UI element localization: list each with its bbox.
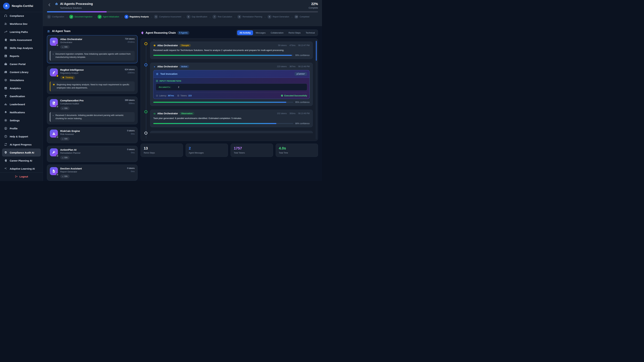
entry-text: Task plan generated: 6 parallel workstre… xyxy=(153,117,310,120)
step-number: 1 xyxy=(47,15,51,19)
sidebar-item-content-library[interactable]: Content Library xyxy=(2,68,41,76)
confidence-bar-fill xyxy=(153,55,292,56)
wrench-icon xyxy=(52,150,56,154)
sidebar-item-label: Adaptive Learning AI xyxy=(10,167,35,170)
step-check-icon xyxy=(98,15,102,19)
step-completed: 10Completed xyxy=(294,15,309,19)
sidebar-item-leaderboard[interactable]: Leaderboard xyxy=(2,100,41,108)
clock-icon xyxy=(156,94,158,97)
sparkles-icon xyxy=(4,167,8,170)
chart-box-icon xyxy=(4,86,8,90)
sidebar-item-compliance[interactable]: Compliance xyxy=(2,12,41,20)
play-box-icon xyxy=(4,70,8,74)
sidebar-item-analytics[interactable]: Analytics xyxy=(2,84,41,92)
agent-card-regbot-intelligence[interactable]: RegBot IntelligenceRegulatory AnalystThi… xyxy=(47,66,138,94)
tab-technical[interactable]: Technical xyxy=(304,30,317,35)
agent-list: Atlas OrchestratorOrchestrator○Idle734 t… xyxy=(47,35,138,181)
agent-card-actionplan-ai[interactable]: ActionPlan AIRemediation Planner○Idle0 t… xyxy=(47,146,138,162)
entry-time: 08:13:47 PM xyxy=(298,44,310,46)
activity-card[interactable]: Atlas OrchestratorObservation102 tokens3… xyxy=(150,110,313,127)
sidebar-item-label: Settings xyxy=(10,119,20,122)
step-label: Risk Calculation xyxy=(218,15,232,18)
step-arrow: → xyxy=(94,15,96,18)
agent-name: ActionPlan AI xyxy=(60,148,127,151)
agent-latency: 0ms xyxy=(127,170,135,173)
agent-latency: 936ms xyxy=(125,102,135,105)
sidebar-item-label: Gamification xyxy=(10,95,25,98)
tab-messages[interactable]: Messages xyxy=(254,30,268,35)
agent-card-atlas-orchestrator[interactable]: Atlas OrchestratorOrchestrator○Idle734 t… xyxy=(47,35,138,63)
agent-status-dot xyxy=(56,155,59,157)
feed-scrollbar-thumb[interactable] xyxy=(316,41,317,61)
sidebar-item-career-portal[interactable]: Career Portal xyxy=(2,60,41,68)
agent-card-riskcalc-engine[interactable]: RiskCalc EngineRisk Assessor○Idle0 token… xyxy=(47,127,138,143)
tool-invocation-card: Tool InvocationplannerINPUT PARAMETERSdo… xyxy=(153,70,310,99)
stat-card-total-tokens: 1757Total Tokens xyxy=(230,144,273,157)
step-number: 7 xyxy=(212,15,216,19)
step-configuration: 1Configuration xyxy=(47,15,64,19)
stat-label: Agent Messages xyxy=(189,152,225,154)
latency-label: Latency: xyxy=(159,94,167,97)
sidebar-item-gamification[interactable]: Gamification xyxy=(2,92,41,100)
logout-button[interactable]: Logout xyxy=(15,175,28,178)
agent-status-badge: ○Idle xyxy=(60,45,70,49)
user-icon xyxy=(4,127,8,130)
input-box-icon xyxy=(156,80,158,82)
doc-icon xyxy=(52,169,56,173)
sidebar-item-career-planning-ai[interactable]: Career Planning AI xyxy=(2,157,41,165)
step-report-generation: 9Report Generation xyxy=(268,15,289,19)
step-label: Configuration xyxy=(52,15,64,18)
step-number: 6 xyxy=(186,15,190,19)
tab-all-activity[interactable]: All Activity xyxy=(237,30,253,35)
head-gear-icon xyxy=(4,38,8,41)
tab-collaboration[interactable]: Collaboration xyxy=(268,30,286,35)
sidebar-item-reports[interactable]: Reports xyxy=(2,52,41,60)
sidebar-item-settings[interactable]: Settings xyxy=(2,116,41,124)
sidebar-item-skills-gap-analysis[interactable]: Skills Gap Analysis xyxy=(2,44,41,52)
sidebar-item-label: Content Library xyxy=(10,71,28,73)
step-number: 8 xyxy=(237,15,241,19)
step-label: Gap Identification xyxy=(192,15,207,18)
back-button[interactable] xyxy=(47,2,52,8)
logout-label: Logout xyxy=(20,175,28,178)
step-number: 5 xyxy=(154,15,158,19)
agent-tokens: 0 tokens xyxy=(127,148,135,151)
confidence-bar-fill xyxy=(153,102,286,103)
agent-name: ComplianceBot Pro xyxy=(60,99,125,102)
agent-team-panel: AI Agent Team Atlas OrchestratorOrchestr… xyxy=(47,29,138,181)
agent-status-badge: ○Idle xyxy=(60,106,70,110)
sidebar-item-help-support[interactable]: Help & Support xyxy=(2,132,41,140)
stat-value: 13 xyxy=(144,146,180,150)
message-arrow-icon: ‣ xyxy=(53,114,54,120)
agent-card-compliancebot-pro[interactable]: ComplianceBot ProCompliance Auditor○Idle… xyxy=(47,96,138,124)
sync-icon xyxy=(4,143,8,146)
sidebar-item-profile[interactable]: Profile xyxy=(2,124,41,132)
sidebar-item-workforce-dev[interactable]: Workforce Dev xyxy=(2,20,41,28)
idle-circle-icon: ○ xyxy=(62,157,64,159)
sidebar-item-label: Help & Support xyxy=(10,135,28,138)
sidebar-item-notifications[interactable]: Notifications xyxy=(2,108,41,116)
entry-type-badge: Thought xyxy=(180,44,191,47)
agent-card-docgen-assistant[interactable]: DocGen AssistantReport Generator○Idle0 t… xyxy=(47,165,138,181)
help-icon xyxy=(4,135,8,138)
sidebar-item-learning-paths[interactable]: Learning Paths xyxy=(2,28,41,36)
sidebar-item-adaptive-learning-ai[interactable]: Adaptive Learning AI xyxy=(2,165,41,172)
agent-role: Report Generator xyxy=(60,170,127,173)
brand-name: Nexgile-Certifai xyxy=(12,4,33,8)
confidence-bar-fill xyxy=(153,123,276,124)
sidebar-item-skills-assessment[interactable]: Skills Assessment xyxy=(2,36,41,44)
report-box-icon xyxy=(4,54,8,58)
cube-icon xyxy=(4,78,8,82)
agent-avatar xyxy=(50,130,58,138)
tab-react-steps[interactable]: ReAct Steps xyxy=(286,30,303,35)
activity-card[interactable]: Atlas OrchestratorAction223 tokens367ms0… xyxy=(150,63,313,106)
sidebar-item-ai-agent-progress[interactable]: AI Agent Progress xyxy=(2,140,41,148)
activity-card[interactable]: Atlas OrchestratorThought59 tokens473ms0… xyxy=(150,41,313,59)
step-arrow: → xyxy=(234,15,236,18)
completion-percent: 22% xyxy=(308,2,318,6)
confidence-label: 99% confidence xyxy=(295,54,310,56)
entry-latency: 367ms xyxy=(290,65,296,68)
sidebar-item-simulations[interactable]: Simulations xyxy=(2,76,41,84)
stat-label: Total Time xyxy=(279,152,315,154)
sidebar-item-compliance-audit-ai[interactable]: Compliance Audit AI xyxy=(2,148,41,157)
